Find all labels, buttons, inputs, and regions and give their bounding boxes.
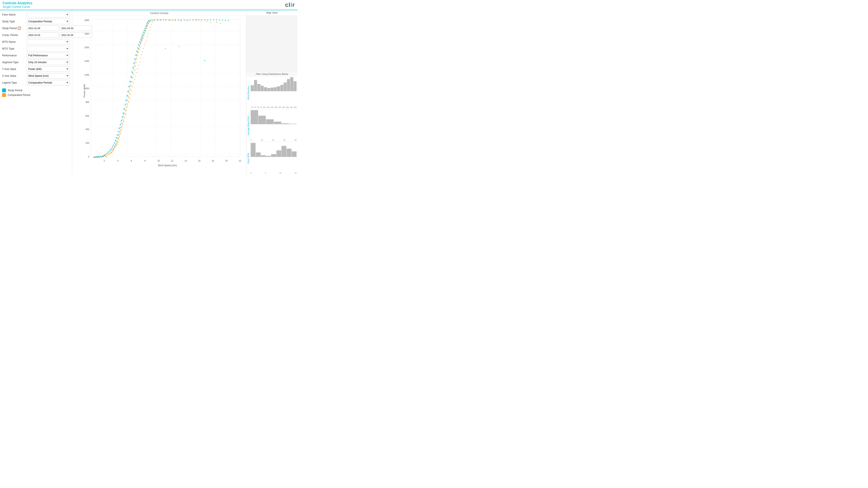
svg-point-262 <box>154 19 155 21</box>
svg-point-154 <box>118 140 118 140</box>
svg-point-366 <box>146 23 147 24</box>
svg-point-178 <box>141 54 142 55</box>
svg-point-210 <box>100 156 101 157</box>
svg-point-354 <box>134 58 135 59</box>
svg-point-195 <box>168 20 169 21</box>
scatter-container: 0 200 400 600 800 1000 1200 1400 1600 18… <box>72 15 246 175</box>
histogram-bar <box>261 155 266 157</box>
svg-point-69 <box>130 85 131 86</box>
histogram-bar <box>290 77 293 91</box>
svg-point-103 <box>216 22 217 23</box>
histogram-bar <box>292 151 297 157</box>
svg-point-301 <box>123 112 124 113</box>
svg-text:800: 800 <box>86 101 89 103</box>
segment-type-select[interactable]: Only 10 minutes <box>27 60 70 65</box>
histogram-bar <box>271 88 274 91</box>
svg-point-350 <box>131 76 131 77</box>
svg-text:12: 12 <box>171 159 173 162</box>
svg-point-179 <box>142 51 143 52</box>
scatter-chart: 0 200 400 600 800 1000 1200 1400 1600 18… <box>83 18 244 168</box>
histogram-bar <box>251 110 258 124</box>
histogram-bar <box>274 87 277 91</box>
farm-name-select[interactable] <box>27 12 70 18</box>
svg-point-132 <box>137 56 138 56</box>
svg-point-347 <box>128 90 128 91</box>
svg-point-131 <box>136 59 137 60</box>
svg-point-286 <box>225 20 226 21</box>
histogram-bar <box>251 143 255 157</box>
svg-point-73 <box>133 69 134 70</box>
svg-point-64 <box>126 103 127 104</box>
map-body <box>246 16 298 71</box>
comp-period-start[interactable] <box>27 32 59 38</box>
svg-point-323 <box>145 30 146 31</box>
svg-point-322 <box>144 32 145 33</box>
svg-point-60 <box>123 116 124 117</box>
avg-blade-pitch-bars <box>251 110 297 127</box>
svg-point-266 <box>166 19 167 21</box>
performance-select[interactable]: Full Performance <box>27 53 70 58</box>
svg-point-125 <box>132 82 132 83</box>
legend-comp-label: Comparative Period <box>8 93 30 96</box>
legend-type-select[interactable]: Comparative Periods <box>27 80 70 85</box>
svg-text:22: 22 <box>239 159 241 162</box>
rotor-rpm-chart: 051015 <box>251 143 297 174</box>
svg-point-312 <box>134 63 135 64</box>
center-panel: Control Curves 0 200 400 600 800 1000 12… <box>72 10 246 175</box>
svg-point-35 <box>102 157 103 158</box>
svg-point-57 <box>121 126 122 127</box>
comp-period-row: Comp. Period <box>2 32 70 38</box>
study-period-start[interactable] <box>27 26 59 31</box>
histogram-x-label: 285 <box>286 106 289 108</box>
x-axis-row: X Axis Value Wind Speed (m/s) <box>2 73 70 79</box>
wtg-type-row: WTG Type <box>2 46 70 52</box>
wtg-name-select[interactable] <box>27 39 70 45</box>
svg-point-338 <box>119 131 120 132</box>
svg-point-285 <box>222 20 223 21</box>
svg-point-321 <box>143 35 144 36</box>
filter-title: Filter Using Distributions Below <box>246 72 298 76</box>
wind-direction-chart: -15154575105135165195225255285315345 <box>251 77 297 108</box>
svg-point-158 <box>121 128 122 128</box>
svg-point-363 <box>144 30 144 31</box>
svg-point-166 <box>129 98 130 99</box>
histogram-bar <box>258 116 266 124</box>
y-axis-select[interactable]: Power (kW) <box>27 66 70 72</box>
svg-point-128 <box>134 70 135 71</box>
svg-point-279 <box>204 19 206 21</box>
svg-point-173 <box>136 72 137 73</box>
histogram-x-label: 165 <box>271 106 273 108</box>
study-type-row: Study Type Comparative Periods <box>2 19 70 24</box>
y-axis-row: Y Axis Value Power (kW) <box>2 66 70 72</box>
histogram-bar <box>257 84 260 91</box>
histogram-bar <box>256 152 261 157</box>
svg-point-72 <box>133 73 134 74</box>
svg-point-283 <box>216 19 217 21</box>
wtg-type-select[interactable] <box>27 46 70 52</box>
svg-point-147 <box>111 153 112 154</box>
histogram-bar <box>286 149 291 157</box>
study-type-select[interactable]: Comparative Periods <box>27 19 70 24</box>
svg-text:4: 4 <box>117 159 119 162</box>
svg-point-70 <box>131 81 132 82</box>
svg-point-74 <box>134 65 135 66</box>
svg-point-215 <box>105 154 106 155</box>
svg-point-267 <box>169 19 170 21</box>
svg-point-299 <box>121 120 122 121</box>
histogram-bar <box>261 86 264 91</box>
svg-point-341 <box>122 118 123 119</box>
svg-point-250 <box>140 42 141 43</box>
svg-point-359 <box>140 41 141 42</box>
x-axis-select[interactable]: Wind Speed (m/s) <box>27 73 70 79</box>
performance-label: Performance <box>2 54 26 57</box>
histogram-bar <box>274 122 281 124</box>
svg-point-135 <box>140 47 141 48</box>
svg-point-172 <box>135 76 136 77</box>
svg-point-252 <box>141 37 142 38</box>
wind-direction-panel: Wind Direction -151545751051351651952252… <box>246 76 298 109</box>
svg-point-71 <box>132 77 133 78</box>
svg-point-117 <box>126 111 126 112</box>
svg-text:2: 2 <box>104 159 105 162</box>
avg-blade-pitch-chart: 020406080 <box>251 110 297 141</box>
svg-point-61 <box>124 113 125 114</box>
